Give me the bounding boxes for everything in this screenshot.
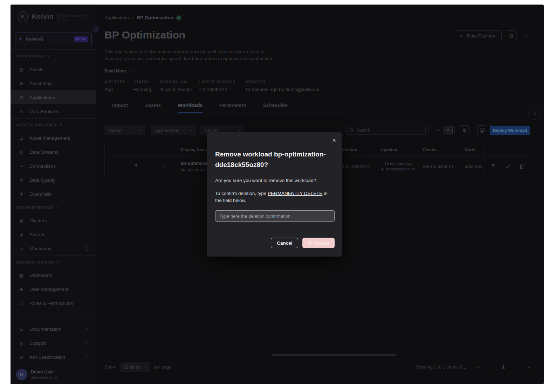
cancel-button[interactable]: Cancel [271, 238, 298, 248]
tab-workloads[interactable]: Workloads [178, 103, 203, 113]
app-version-filter-dropdown[interactable]: App Version ▾ [151, 125, 196, 135]
meta-label: UPDATED [245, 80, 319, 84]
environment-label: BETA Environment (DEV) [56, 14, 96, 22]
first-page-button[interactable]: « [477, 364, 480, 370]
row-checkbox[interactable] [108, 164, 113, 169]
tab-bar: Impact Assets Workloads Parameters Sched… [96, 103, 544, 113]
deploy-version-button[interactable] [491, 164, 496, 169]
expand-row-icon[interactable]: › [163, 163, 165, 169]
delete-workload-button[interactable] [519, 164, 524, 169]
delete-button[interactable]: Delete [302, 238, 335, 248]
app-meta: APP TYPE App STATUS Running RUNNING ON 2… [104, 80, 319, 92]
section-orchestration[interactable]: ORCHESTRATION ∨ [11, 201, 96, 214]
tab-schedules[interactable]: Schedules [263, 103, 288, 113]
column-version[interactable]: Version [342, 147, 381, 152]
sidebar-item-secrets[interactable]: ◈ Secrets [11, 227, 96, 241]
modal-instruction: To confirm deletion, type PERMANENTLY DE… [215, 190, 333, 204]
sparkle-icon: ✦ [19, 36, 22, 42]
section-operations[interactable]: OPERATIONS ∨ [11, 50, 96, 62]
kelvin-logo-icon: K [18, 11, 28, 22]
sidebar-item-asset-map[interactable]: ⊕ Asset Map [11, 76, 96, 90]
sidebar-item-user-management[interactable]: ☻ User Management [11, 282, 96, 296]
breadcrumb-applications[interactable]: Applications [104, 15, 130, 20]
list-detailed-icon: ≡ [447, 128, 449, 133]
column-updated[interactable]: Updated [381, 147, 423, 152]
sidebar-item-monitoring[interactable]: ⊿ Monitoring ↗ [11, 241, 96, 255]
sidebar-item-connections[interactable]: ∾ Connections [11, 159, 96, 173]
data-explorer-button[interactable]: ∿ Data Explorer [454, 30, 502, 41]
current-page[interactable]: 1 [502, 364, 505, 370]
next-page-button[interactable]: › [515, 364, 517, 370]
column-cluster[interactable]: Cluster [423, 147, 465, 152]
horizontal-scrollbar[interactable] [272, 354, 396, 356]
sidebar-footer-links: ≣ Documentation ↗ ⊛ Support ↗ ⊜ API Spec… [11, 320, 96, 364]
section-administration[interactable]: ADMINISTRATION ∨ [11, 255, 96, 268]
sidebar-item-documentation[interactable]: ≣ Documentation ↗ [11, 322, 96, 336]
select-all-checkbox[interactable] [108, 147, 113, 152]
show-label: Show [104, 364, 116, 370]
chevron-down-icon: ∨ [129, 70, 132, 73]
sidebar-item-asset-management[interactable]: ⊡ Asset Management [11, 131, 96, 145]
detailed-view-toggle[interactable]: ≡ [444, 126, 453, 134]
settings-button[interactable]: ⚙ [506, 30, 517, 41]
read-more-link[interactable]: Read More ∨ [104, 69, 132, 74]
clock-icon: ◔ [381, 162, 383, 166]
deletion-confirmation-input[interactable] [215, 210, 335, 222]
user-menu[interactable]: D Demo User demo@kelvin.ai [11, 364, 96, 384]
meta-label: APP TYPE [104, 80, 133, 84]
sidebar-item-support[interactable]: ⊛ Support ↗ [11, 336, 96, 350]
auto-settings-button[interactable]: ⚙ [460, 125, 470, 135]
collapse-section-button[interactable]: ∧ [528, 107, 541, 120]
data-explorer-icon: ∿ [18, 109, 25, 114]
search-input[interactable] [356, 128, 422, 133]
sidebar-item-guardrails[interactable]: ⋕ Guardrails [11, 187, 96, 201]
tab-parameters[interactable]: Parameters [219, 103, 246, 113]
app-description: This application uses the values coming … [104, 48, 275, 62]
breadcrumb: Applications / BP Optimization ✓ [104, 15, 181, 20]
modal-title: Remove workload bp-optimization-dde18ck5… [215, 149, 331, 170]
prev-page-button[interactable]: ‹ [490, 364, 492, 370]
confirmation-keyword: PERMANENTLY DELETE [268, 191, 322, 196]
pin-icon[interactable] [133, 163, 139, 168]
search-input-wrapper [346, 126, 426, 135]
sidebar-item-kelvinai[interactable]: ✦ KelvinAI BETA [15, 33, 92, 45]
sidebar-item-clusters[interactable]: ◉ Clusters [11, 214, 96, 227]
sidebar-item-assets[interactable]: ▤ Assets [11, 62, 96, 76]
sidebar-item-data-explorer[interactable]: ∿ Data Explorer [11, 104, 96, 118]
download-button[interactable] [477, 125, 487, 135]
deploy-workload-button[interactable]: Deploy Workload [490, 126, 530, 135]
meta-value: App [104, 87, 133, 92]
sidebar-collapse-button[interactable]: ‹ [93, 26, 99, 32]
tab-impact[interactable]: Impact [112, 103, 128, 113]
external-link-icon: ↗ [85, 246, 89, 251]
close-icon[interactable]: × [332, 136, 336, 144]
trash-icon [308, 240, 312, 245]
section-assets-and-data[interactable]: ASSETS AND DATA ∨ [11, 118, 96, 131]
sidebar-item-applications[interactable]: ⊞ Applications [11, 90, 96, 104]
secrets-icon: ◈ [18, 232, 25, 237]
sidebar-item-data-streams[interactable]: ▥ Data Streams [11, 145, 96, 159]
page-size-dropdown[interactable]: 32 Items ▾ [120, 362, 150, 372]
connections-icon: ∾ [18, 163, 25, 169]
tab-assets[interactable]: Assets [145, 103, 161, 113]
dropdown-arrow-icon: ▾ [238, 128, 240, 132]
sidebar-item-data-quality[interactable]: ⚙ Data Quality [11, 173, 96, 187]
meta-label: RUNNING ON [159, 80, 199, 84]
waveform-icon: ∿ [460, 33, 464, 39]
chevron-down-icon: ∨ [47, 54, 50, 58]
api-specification-icon: ⊜ [18, 355, 25, 360]
gear-sparkle-icon: ⚙ [463, 127, 467, 133]
compact-view-toggle[interactable]: = [434, 126, 443, 134]
status-filter-dropdown[interactable]: Status ▾ [104, 125, 145, 135]
sidebar-item-api-specification[interactable]: ⊜ API Specification ↗ [11, 350, 96, 364]
sidebar-item-roles-permissions[interactable]: ☺ Roles & Permissions [11, 296, 96, 310]
avatar: D [16, 369, 27, 380]
last-page-button[interactable]: » [527, 364, 530, 370]
documentation-icon: ≣ [18, 327, 25, 332]
more-menu-button[interactable]: ⋯ [521, 31, 530, 41]
download-circle-icon [479, 127, 485, 133]
chevron-left-icon: ‹ [96, 27, 97, 31]
column-node[interactable]: Node [465, 147, 485, 152]
magic-edit-button[interactable] [505, 164, 510, 169]
sidebar-item-dashboard[interactable]: ▦ Dashboard [11, 268, 96, 282]
